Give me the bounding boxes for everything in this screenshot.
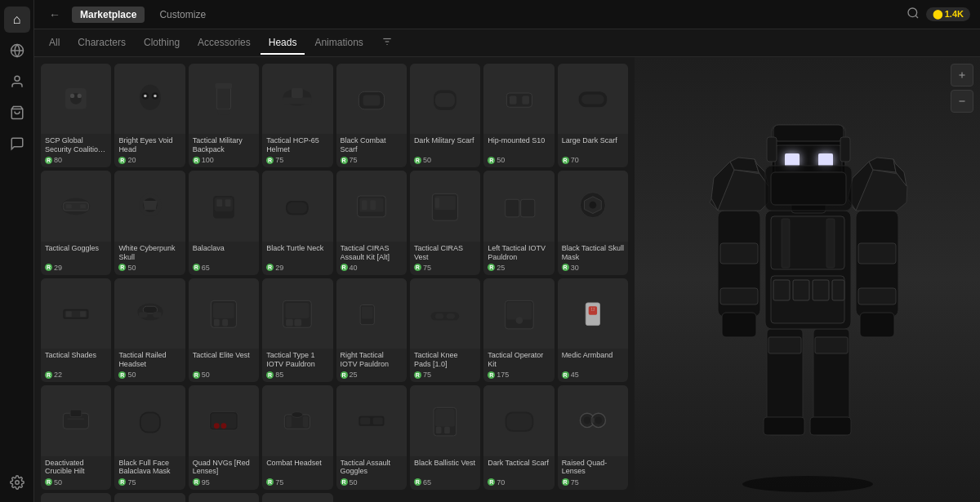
item-card[interactable]: Tactical Operator KitR175 xyxy=(483,278,554,382)
item-price: R85 xyxy=(266,371,328,379)
item-thumbnail xyxy=(114,278,185,349)
robux-icon: R xyxy=(562,264,569,271)
sidebar-store-icon[interactable] xyxy=(4,100,30,126)
filter-button[interactable] xyxy=(376,33,398,53)
sidebar-person-icon[interactable] xyxy=(4,69,30,95)
price-value: 50 xyxy=(54,478,62,486)
item-thumbnail xyxy=(336,278,407,349)
item-card[interactable]: Tactical Assault GogglesR50 xyxy=(336,385,407,489)
svg-rect-165 xyxy=(818,153,833,167)
svg-point-94 xyxy=(214,424,220,429)
item-thumbnail xyxy=(483,385,554,455)
item-card[interactable]: Medic ArmbandR45 xyxy=(558,278,628,382)
item-name: Tactical CIRAS Vest xyxy=(414,244,476,262)
price-value: 50 xyxy=(127,371,136,379)
item-card[interactable]: Tactical CIRAS VestR75 xyxy=(410,171,480,274)
item-price: R75 xyxy=(341,156,403,164)
item-thumbnail xyxy=(41,493,111,503)
item-card[interactable]: Dark Military ScarfR50 xyxy=(410,64,480,167)
price-value: 22 xyxy=(54,371,62,379)
robux-icon: R xyxy=(488,264,495,271)
item-card[interactable]: Bright Eyes Void HeadR20 xyxy=(114,64,185,167)
item-card[interactable]: Quad NVGs [Red Lenses]R95 xyxy=(189,385,259,489)
item-thumbnail xyxy=(410,64,480,134)
robux-icon: R xyxy=(266,157,274,164)
tab-animations[interactable]: Animations xyxy=(306,32,371,55)
item-card[interactable]: Tactical CIRAS Assault Kit [Alt]R40 xyxy=(336,171,407,274)
item-info: White Cyberpunk SkullR50 xyxy=(114,242,185,275)
svg-rect-110 xyxy=(591,418,594,424)
item-info: Tactical Railed HeadsetR50 xyxy=(114,349,185,382)
item-info: Hip-mounted S10R50 xyxy=(483,134,554,167)
sidebar-chat-icon[interactable] xyxy=(4,131,30,157)
item-name: Hip-mounted S10 xyxy=(488,136,550,154)
item-card[interactable]: Left Tactical IOTV PauldronR25 xyxy=(483,171,554,274)
svg-rect-87 xyxy=(70,410,82,417)
item-card[interactable]: Right Tactical IOTV PauldronR25 xyxy=(336,278,407,382)
item-card[interactable]: Black Combat ScarfR75 xyxy=(336,64,407,167)
item-card[interactable]: BalaclavaR65 xyxy=(189,171,259,274)
tab-accessories[interactable]: Accessories xyxy=(189,32,259,55)
search-button[interactable] xyxy=(906,7,920,23)
item-thumbnail xyxy=(262,385,332,455)
price-value: 75 xyxy=(275,478,283,486)
item-card[interactable]: Combat HeadsetR75 xyxy=(262,385,332,489)
item-card[interactable]: Tactical GogglesR29 xyxy=(41,171,111,274)
item-thumbnail xyxy=(114,171,185,241)
item-card[interactable]: Tactical Knee Pads [1.0]R75 xyxy=(410,278,480,382)
zoom-in-button[interactable] xyxy=(951,64,973,87)
tab-all[interactable]: All xyxy=(41,32,68,55)
robux-icon: R xyxy=(562,478,569,486)
tab-marketplace[interactable]: Marketplace xyxy=(72,7,145,23)
item-card[interactable]: Large Dark ScarfR70 xyxy=(558,64,628,167)
svg-rect-61 xyxy=(80,311,86,317)
item-info: Quad NVGs [Red Lenses]R95 xyxy=(189,456,259,490)
item-card[interactable]: Black Tactical Skull MaskR30 xyxy=(558,171,628,274)
tab-customize[interactable]: Customize xyxy=(151,7,214,23)
sidebar-settings-icon[interactable] xyxy=(4,469,30,495)
item-card[interactable]: Interloper's BackpackR100 xyxy=(114,493,185,503)
price-value: 75 xyxy=(423,371,431,379)
robux-icon: R xyxy=(341,157,348,164)
item-name: Raised Quad-Lenses xyxy=(562,459,624,477)
item-card[interactable]: Arctic Plasma PistolR50 xyxy=(41,493,111,503)
svg-point-13 xyxy=(78,94,82,98)
item-price: R40 xyxy=(341,264,403,272)
item-card[interactable]: SCP Global Security Coalition HeadR80 xyxy=(41,64,111,167)
item-card[interactable]: Black Turtle NeckR29 xyxy=(262,171,332,274)
item-card[interactable]: Black Full Face Balaclava MaskR75 xyxy=(114,385,185,489)
robux-icon: R xyxy=(414,264,421,271)
item-card[interactable]: [V2] Operator Ballistic Vest-...R65 xyxy=(262,493,332,503)
item-card[interactable]: Deactivated Crucible HiltR50 xyxy=(41,385,111,489)
item-card[interactable]: Tactical HCP-65 HelmetR75 xyxy=(262,64,332,167)
item-card[interactable]: Tactical Type 1 IOTV PauldronR85 xyxy=(262,278,332,382)
back-button[interactable]: ← xyxy=(44,7,65,23)
svg-rect-69 xyxy=(222,319,228,327)
price-value: 50 xyxy=(497,156,505,164)
item-card[interactable]: Tactical Military BackpackR100 xyxy=(189,64,259,167)
item-card[interactable]: Black Ballistic VestR65 xyxy=(410,385,480,489)
tab-heads[interactable]: Heads xyxy=(261,32,305,55)
item-card[interactable]: Tactical Elite VestR50 xyxy=(189,278,259,382)
zoom-out-button[interactable] xyxy=(951,90,973,113)
robux-icon: R xyxy=(414,371,421,379)
item-card[interactable]: White Cyberpunk SkullR50 xyxy=(114,171,185,274)
robux-icon: R xyxy=(193,371,200,379)
tab-characters[interactable]: Characters xyxy=(69,32,134,55)
svg-rect-141 xyxy=(813,280,829,300)
item-card[interactable]: Dark Tactical ScarfR70 xyxy=(483,385,554,489)
tab-clothing[interactable]: Clothing xyxy=(136,32,188,55)
item-thumbnail xyxy=(262,171,332,241)
sidebar-home-icon[interactable]: ⌂ xyxy=(4,7,30,33)
svg-point-93 xyxy=(220,424,226,429)
sidebar-globe-icon[interactable] xyxy=(4,38,30,64)
item-card[interactable]: Combat GogglesR70 xyxy=(189,493,259,503)
robux-icon: R xyxy=(266,478,274,486)
item-card[interactable]: Tactical Railed HeadsetR50 xyxy=(114,278,185,382)
item-thumbnail xyxy=(410,278,480,349)
item-card[interactable]: Raised Quad-LensesR75 xyxy=(558,385,628,489)
item-card[interactable]: Tactical ShadesR22 xyxy=(41,278,111,382)
price-value: 25 xyxy=(497,264,505,272)
item-card[interactable]: Hip-mounted S10R50 xyxy=(483,64,554,167)
svg-rect-158 xyxy=(860,313,894,337)
